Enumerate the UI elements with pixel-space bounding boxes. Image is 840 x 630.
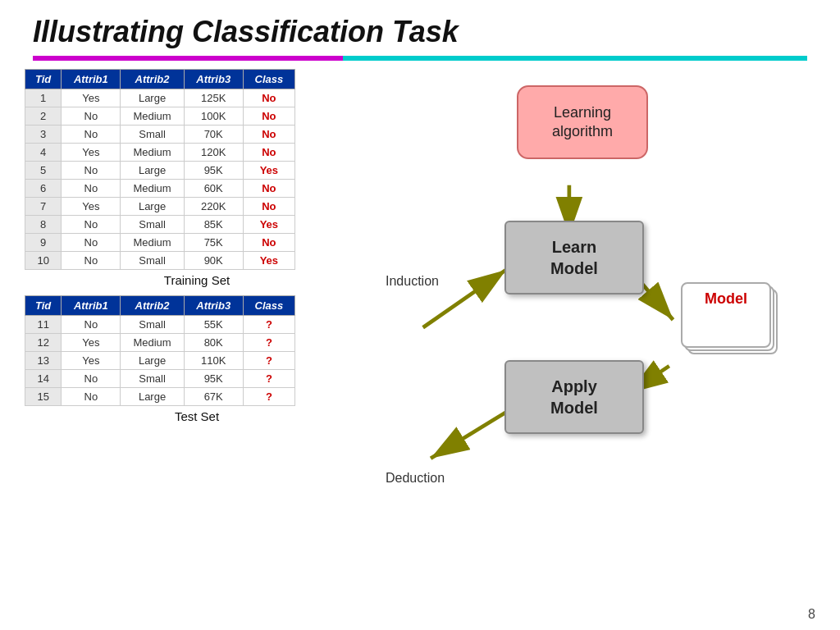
- table-row: 14NoSmall95K?: [25, 370, 295, 388]
- test-header-tid: Tid: [25, 296, 62, 316]
- training-table-container: Tid Attrib1 Attrib2 Attrib3 Class 1YesLa…: [25, 69, 369, 287]
- training-table: Tid Attrib1 Attrib2 Attrib3 Class 1YesLa…: [25, 69, 295, 270]
- deduction-label: Deduction: [386, 471, 445, 486]
- training-header-class: Class: [243, 70, 294, 89]
- table-row: 11NoSmall55K?: [25, 316, 295, 334]
- training-header-tid: Tid: [25, 70, 62, 89]
- table-row: 8NoSmall85KYes: [25, 216, 295, 234]
- svg-line-6: [431, 412, 506, 458]
- training-table-label: Training Set: [25, 273, 369, 287]
- test-header-attrib3: Attrib3: [184, 296, 243, 316]
- test-table: Tid Attrib1 Attrib2 Attrib3 Class 11NoSm…: [25, 295, 295, 406]
- learn-model-box: LearnModel: [504, 221, 644, 294]
- table-row: 2NoMedium100KNo: [25, 107, 295, 126]
- test-header-attrib2: Attrib2: [121, 296, 184, 316]
- apply-model-box: ApplyModel: [504, 360, 644, 434]
- training-header-attrib2: Attrib2: [121, 70, 184, 89]
- apply-model-label: ApplyModel: [550, 376, 598, 418]
- table-row: 1YesLarge125KNo: [25, 89, 295, 107]
- right-side: Learningalgorithm LearnModel ApplyModel …: [369, 69, 815, 617]
- test-table-label: Test Set: [25, 409, 369, 423]
- learning-algorithm-label: Learningalgorithm: [552, 103, 613, 142]
- training-header-attrib3: Attrib3: [184, 70, 243, 89]
- test-header-class: Class: [243, 296, 294, 316]
- test-header-attrib1: Attrib1: [62, 296, 121, 316]
- induction-label: Induction: [386, 274, 439, 289]
- training-header-attrib1: Attrib1: [62, 70, 121, 89]
- table-row: 7YesLarge220KNo: [25, 198, 295, 216]
- table-row: 6NoMedium60KNo: [25, 180, 295, 198]
- learning-algorithm-box: Learningalgorithm: [517, 85, 648, 159]
- table-row: 15NoLarge67K?: [25, 388, 295, 406]
- learn-model-label: LearnModel: [550, 236, 598, 279]
- test-table-container: Tid Attrib1 Attrib2 Attrib3 Class 11NoSm…: [25, 295, 369, 423]
- table-row: 10NoSmall90KYes: [25, 252, 295, 270]
- table-row: 13YesLarge110K?: [25, 352, 295, 370]
- page-number: 8: [808, 607, 815, 622]
- table-row: 12YesMedium80K?: [25, 334, 295, 352]
- table-row: 9NoMedium75KNo: [25, 234, 295, 252]
- left-side: Tid Attrib1 Attrib2 Attrib3 Class 1YesLa…: [25, 69, 369, 617]
- main-content: Tid Attrib1 Attrib2 Attrib3 Class 1YesLa…: [0, 61, 840, 625]
- header: Illustrating Classification Task: [0, 0, 840, 61]
- model-label: Model: [681, 290, 771, 308]
- table-row: 3NoSmall70KNo: [25, 126, 295, 144]
- table-row: 5NoLarge95KYes: [25, 162, 295, 180]
- page-title: Illustrating Classification Task: [33, 15, 807, 49]
- table-row: 4YesMedium120KNo: [25, 144, 295, 162]
